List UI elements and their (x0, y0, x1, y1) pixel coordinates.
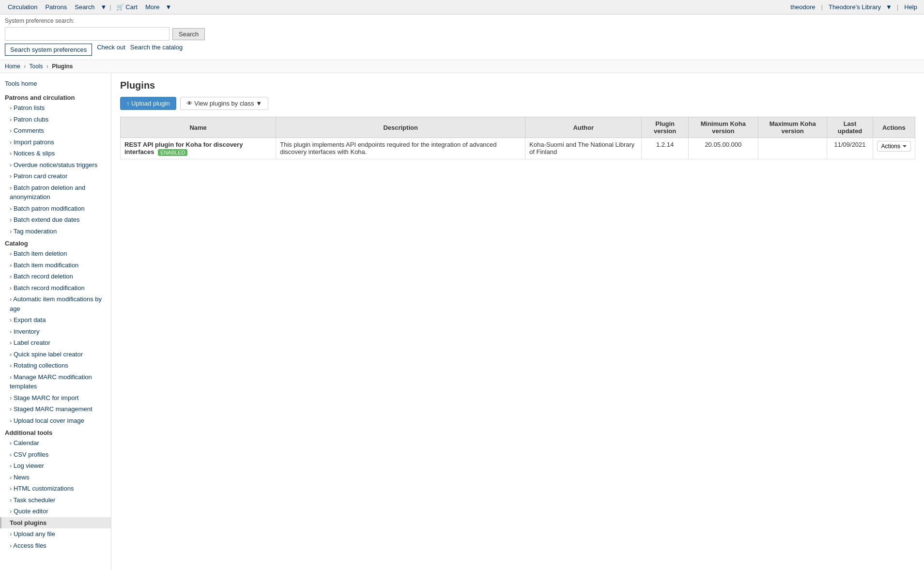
cell-max-koha (758, 138, 827, 159)
sidebar-item-quick-spine[interactable]: Quick spine label creator (0, 349, 111, 360)
cart-button[interactable]: 🛒 Cart (112, 3, 141, 11)
sidebar-item-batch-patron-mod[interactable]: Batch patron modification (0, 203, 111, 215)
view-plugins-button[interactable]: 👁 View plugins by class ▼ (180, 97, 268, 110)
sidebar-item-batch-patron-deletion[interactable]: Batch patron deletion and anonymization (0, 182, 111, 203)
cell-actions: Actions (873, 138, 915, 159)
plugins-table-body: REST API plugin for Koha for discovery i… (121, 138, 915, 159)
tools-home-section: Tools home (0, 78, 111, 91)
tools-home-link[interactable]: Tools home (5, 80, 37, 87)
sidebar-item-label-creator[interactable]: Label creator (0, 337, 111, 349)
cell-name: REST API plugin for Koha for discovery i… (121, 138, 276, 159)
breadcrumb-home[interactable]: Home (5, 63, 20, 70)
plugins-table: Name Description Author Plugin version M… (120, 117, 915, 159)
search-button[interactable]: Search (172, 28, 205, 40)
sidebar-item-notices-slips[interactable]: Notices & slips (0, 148, 111, 159)
sidebar-item-upload-cover[interactable]: Upload local cover image (0, 415, 111, 427)
nav-patrons[interactable]: Patrons (41, 0, 71, 15)
table-row: REST API plugin for Koha for discovery i… (121, 138, 915, 159)
search-catalog-link[interactable]: Search the catalog (130, 44, 183, 56)
sidebar-item-batch-record-deletion[interactable]: Batch record deletion (0, 271, 111, 282)
sidebar-item-batch-extend-due[interactable]: Batch extend due dates (0, 214, 111, 226)
sidebar-item-batch-item-mod[interactable]: Batch item modification (0, 260, 111, 271)
sidebar-item-overdue-notice[interactable]: Overdue notice/status triggers (0, 159, 111, 171)
sidebar-item-news[interactable]: News (0, 472, 111, 483)
pipe-1: | (818, 0, 826, 15)
sidebar-item-tag-moderation[interactable]: Tag moderation (0, 226, 111, 237)
sidebar-item-patron-lists[interactable]: Patron lists (0, 102, 111, 114)
search-bar-links: Search system preferences Check out Sear… (5, 44, 919, 56)
nav-divider-1: | (108, 0, 112, 15)
patrons-section-title: Patrons and circulation (0, 91, 111, 102)
sidebar-item-patron-card-creator[interactable]: Patron card creator (0, 170, 111, 182)
sidebar-item-access-files[interactable]: Access files (0, 540, 111, 552)
main-layout: Tools home Patrons and circulation Patro… (0, 73, 924, 570)
col-author: Author (525, 117, 642, 138)
top-right-nav: theodore | Theodore's Library ▼ | Help (787, 0, 920, 15)
actions-dropdown-button[interactable]: Actions (877, 141, 911, 152)
col-last-updated: Last updated (827, 117, 873, 138)
sidebar-item-task-scheduler[interactable]: Task scheduler (0, 494, 111, 506)
breadcrumb-current: Plugins (52, 63, 73, 70)
breadcrumb-sep-2: › (46, 63, 48, 70)
sidebar-item-inventory[interactable]: Inventory (0, 326, 111, 338)
enabled-badge: ENABLED (158, 149, 187, 156)
upload-plugin-button[interactable]: ↑ Upload plugin (120, 97, 176, 110)
search-input[interactable] (5, 27, 169, 41)
sidebar-item-log-viewer[interactable]: Log viewer (0, 460, 111, 472)
cell-description: This plugin implements API endpoints req… (276, 138, 525, 159)
sidebar-item-import-patrons[interactable]: Import patrons (0, 137, 111, 148)
more-dropdown-btn[interactable]: ▼ (164, 3, 174, 11)
search-dropdown-btn[interactable]: ▼ (98, 3, 108, 11)
library-link[interactable]: Theodore's Library (826, 0, 884, 15)
cell-last-updated: 11/09/2021 (827, 138, 873, 159)
sidebar-item-quote-editor[interactable]: Quote editor (0, 506, 111, 517)
sidebar-item-stage-marc[interactable]: Stage MARC for import (0, 392, 111, 404)
catalog-section-title: Catalog (0, 237, 111, 248)
col-min-koha: Minimum Koha version (688, 117, 758, 138)
sidebar: Tools home Patrons and circulation Patro… (0, 73, 111, 570)
breadcrumb-sep-1: › (24, 63, 26, 70)
sidebar-item-export-data[interactable]: Export data (0, 314, 111, 326)
search-syspref-button[interactable]: Search system preferences (5, 44, 92, 56)
top-navigation: Circulation Patrons Search ▼ | 🛒 Cart Mo… (0, 0, 924, 15)
additional-section-title: Additional tools (0, 426, 111, 437)
sidebar-item-csv-profiles[interactable]: CSV profiles (0, 449, 111, 461)
sidebar-item-manage-marc[interactable]: Manage MARC modification templates (0, 371, 111, 392)
nav-circulation[interactable]: Circulation (4, 0, 41, 15)
sidebar-item-comments[interactable]: Comments (0, 125, 111, 137)
checkout-link[interactable]: Check out (97, 44, 125, 56)
col-max-koha: Maximum Koha version (758, 117, 827, 138)
sidebar-item-upload-any-file[interactable]: Upload any file (0, 528, 111, 540)
sidebar-item-auto-item-mod[interactable]: Automatic item modifications by age (0, 293, 111, 314)
col-name: Name (121, 117, 276, 138)
col-description: Description (276, 117, 525, 138)
breadcrumb: Home › Tools › Plugins (0, 60, 924, 73)
search-bar-row: Search (5, 27, 919, 41)
cell-min-koha: 20.05.00.000 (688, 138, 758, 159)
user-link[interactable]: theodore (787, 0, 818, 15)
sidebar-item-tool-plugins[interactable]: Tool plugins (0, 517, 111, 529)
cell-author: Koha-Suomi and The National Library of F… (525, 138, 642, 159)
sidebar-item-batch-record-mod[interactable]: Batch record modification (0, 282, 111, 294)
sidebar-item-rotating-collections[interactable]: Rotating collections (0, 360, 111, 371)
action-buttons: ↑ Upload plugin 👁 View plugins by class … (120, 97, 915, 110)
search-bar-area: System preference search: Search Search … (0, 15, 924, 60)
nav-more[interactable]: More (141, 0, 164, 15)
sidebar-item-html-customizations[interactable]: HTML customizations (0, 483, 111, 494)
sidebar-item-calendar[interactable]: Calendar (0, 437, 111, 449)
col-plugin-version: Plugin version (642, 117, 688, 138)
sidebar-item-staged-marc-mgmt[interactable]: Staged MARC management (0, 403, 111, 415)
library-dropdown-btn[interactable]: ▼ (884, 3, 894, 11)
sidebar-item-batch-item-deletion[interactable]: Batch item deletion (0, 248, 111, 260)
main-content: Plugins ↑ Upload plugin 👁 View plugins b… (111, 73, 924, 570)
search-bar-label: System preference search: (5, 17, 919, 24)
col-actions: Actions (873, 117, 915, 138)
nav-search[interactable]: Search (71, 0, 98, 15)
sidebar-item-patron-clubs[interactable]: Patron clubs (0, 114, 111, 125)
help-link[interactable]: Help (901, 0, 920, 15)
breadcrumb-tools[interactable]: Tools (29, 63, 43, 70)
pipe-2: | (894, 0, 901, 15)
table-header-row: Name Description Author Plugin version M… (121, 117, 915, 138)
cell-plugin-version: 1.2.14 (642, 138, 688, 159)
page-title: Plugins (120, 80, 915, 91)
